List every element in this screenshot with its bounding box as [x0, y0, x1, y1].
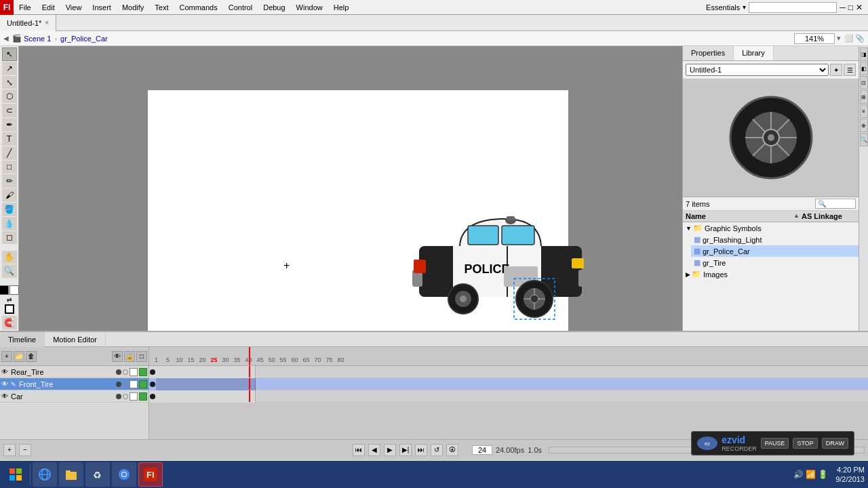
- hide-all-btn[interactable]: 👁: [112, 351, 123, 362]
- menu-control[interactable]: Control: [223, 0, 258, 15]
- layer-front-tire[interactable]: 👁 ✎ Front_Tire: [0, 378, 149, 390]
- lib-item-police-car[interactable]: ▦ gr_Police_Car: [691, 245, 859, 257]
- menu-view[interactable]: View: [60, 0, 87, 15]
- rs-btn-4[interactable]: ⊞: [860, 90, 868, 104]
- play-btn[interactable]: ▶: [384, 444, 396, 456]
- frame-span-rear[interactable]: [156, 366, 256, 378]
- pen-tool[interactable]: ✒: [2, 118, 17, 131]
- line-tool[interactable]: ╱: [2, 146, 17, 160]
- tab-close-icon[interactable]: ×: [45, 15, 49, 31]
- name-column-header[interactable]: Name: [686, 212, 793, 220]
- inkbucket-tool[interactable]: 🪣: [2, 203, 17, 216]
- sort-arrow[interactable]: ▲: [793, 212, 800, 220]
- zoom-input[interactable]: [794, 33, 835, 44]
- rs-btn-6[interactable]: ⊕: [860, 119, 868, 132]
- zoom-tool[interactable]: 🔍: [2, 264, 17, 278]
- snap-tool[interactable]: 🧲: [2, 316, 17, 329]
- start-button[interactable]: [3, 462, 28, 487]
- text-tool[interactable]: T: [2, 132, 17, 146]
- taskbar-recyclebin[interactable]: ♻: [85, 462, 110, 487]
- canvas-area[interactable]: POLICE: [19, 46, 682, 331]
- menu-commands[interactable]: Commands: [174, 0, 222, 15]
- library-search[interactable]: [815, 199, 856, 209]
- layer-eye-icon[interactable]: 👁: [1, 368, 8, 375]
- pencil-tool[interactable]: ✏: [2, 174, 17, 188]
- lib-item-flashing-light[interactable]: ▦ gr_Flashing_Light: [691, 234, 859, 245]
- layer-outline-box-1[interactable]: [130, 380, 138, 388]
- taskbar-chrome[interactable]: [112, 462, 136, 487]
- free-transform-tool[interactable]: ⤡: [2, 76, 17, 89]
- layer-frame-box-0[interactable]: [139, 368, 147, 376]
- images-expand-arrow[interactable]: ▶: [686, 271, 690, 278]
- frame-span-front[interactable]: [156, 378, 256, 390]
- black-white-colors[interactable]: [5, 304, 14, 314]
- clip-icon[interactable]: 📎: [855, 34, 865, 43]
- keyframe-start-front[interactable]: [149, 378, 156, 390]
- outline-all-btn[interactable]: □: [136, 351, 147, 362]
- layer-lock-dot-1[interactable]: [123, 382, 128, 387]
- fill-color[interactable]: [9, 285, 19, 295]
- images-folder[interactable]: ▶ 📁 Images: [683, 268, 859, 280]
- minimize-btn[interactable]: ─: [840, 3, 846, 12]
- zoom-dropdown-icon[interactable]: ▾: [837, 34, 841, 43]
- document-tab[interactable]: Untitled-1* ×: [0, 15, 56, 31]
- ezvid-draw-btn[interactable]: DRAW: [822, 438, 848, 449]
- folder-expand-arrow[interactable]: ▼: [686, 225, 692, 232]
- keyframe-start-car[interactable]: [149, 390, 156, 403]
- layer-frame-box-2[interactable]: [139, 392, 147, 401]
- rs-btn-7[interactable]: 🔍: [860, 133, 868, 146]
- lasso-tool[interactable]: ⊂: [2, 104, 17, 117]
- menu-insert[interactable]: Insert: [87, 0, 117, 15]
- loop-btn[interactable]: ↺: [431, 444, 443, 456]
- layer-vis-dot-0[interactable]: [116, 369, 121, 375]
- go-last-frame[interactable]: ⏭: [415, 444, 427, 456]
- graphic-symbols-folder[interactable]: ▼ 📁 Graphic Symbols: [683, 222, 859, 234]
- timeline-tab[interactable]: Timeline: [0, 332, 45, 347]
- select-tool[interactable]: ↖: [2, 47, 17, 61]
- delete-layer-bottom[interactable]: −: [19, 444, 31, 456]
- record-btn[interactable]: ⦿: [446, 444, 458, 456]
- layer-outline-box-0[interactable]: [130, 368, 138, 376]
- fit-icon[interactable]: ⬜: [844, 34, 854, 43]
- search-input[interactable]: [749, 2, 837, 13]
- police-car[interactable]: POLICE: [399, 192, 602, 329]
- go-prev-frame[interactable]: ◀: [368, 444, 380, 456]
- linkage-column-header[interactable]: AS Linkage: [802, 212, 856, 220]
- lib-item-tire[interactable]: ▦ gr_Tire: [691, 257, 859, 268]
- properties-tab[interactable]: Properties: [683, 46, 734, 60]
- menu-edit[interactable]: Edit: [37, 0, 60, 15]
- library-tab[interactable]: Library: [734, 46, 774, 60]
- stroke-color[interactable]: [0, 285, 9, 295]
- layer-eye-icon-1[interactable]: 👁: [1, 380, 8, 388]
- keyframe-start-rear[interactable]: [149, 366, 156, 378]
- go-next-frame[interactable]: ▶|: [399, 444, 412, 456]
- delete-layer-btn[interactable]: 🗑: [26, 351, 37, 362]
- new-layer-bottom[interactable]: +: [3, 444, 16, 456]
- scene-item[interactable]: 🎬 Scene 1: [12, 34, 51, 43]
- taskbar-ie[interactable]: [33, 462, 57, 487]
- layer-eye-icon-2[interactable]: 👁: [1, 392, 8, 400]
- scene-back-arrow[interactable]: ◀: [3, 35, 9, 42]
- menu-modify[interactable]: Modify: [117, 0, 149, 15]
- close-btn[interactable]: ✕: [856, 3, 863, 12]
- brush-tool[interactable]: 🖌: [2, 188, 17, 202]
- maximize-btn[interactable]: □: [848, 3, 853, 12]
- rs-btn-3[interactable]: ⊡: [860, 76, 868, 89]
- lock-all-btn[interactable]: 🔒: [124, 351, 135, 362]
- go-first-frame[interactable]: ⏮: [353, 444, 365, 456]
- layer-outline-box-2[interactable]: [130, 392, 138, 401]
- new-layer-btn[interactable]: +: [1, 351, 12, 362]
- eraser-tool[interactable]: ◻: [2, 231, 17, 245]
- rs-btn-5[interactable]: ≡: [860, 104, 868, 118]
- swap-colors[interactable]: ⇄: [7, 296, 12, 303]
- timeline-ruler[interactable]: 1 5 10 15 20 25 30 35 40 45 50 55 60 65 …: [149, 347, 868, 366]
- playhead-ruler[interactable]: [249, 347, 250, 365]
- menu-window[interactable]: Window: [291, 0, 328, 15]
- frame-number[interactable]: [472, 445, 492, 455]
- layer-vis-dot-1[interactable]: [116, 382, 121, 387]
- layer-rear-tire[interactable]: 👁 Rear_Tire: [0, 366, 149, 378]
- layer-lock-dot-2[interactable]: [123, 394, 128, 399]
- taskbar-flash-app[interactable]: Fl: [138, 462, 163, 487]
- menu-text[interactable]: Text: [149, 0, 174, 15]
- library-select[interactable]: Untitled-1: [686, 64, 829, 76]
